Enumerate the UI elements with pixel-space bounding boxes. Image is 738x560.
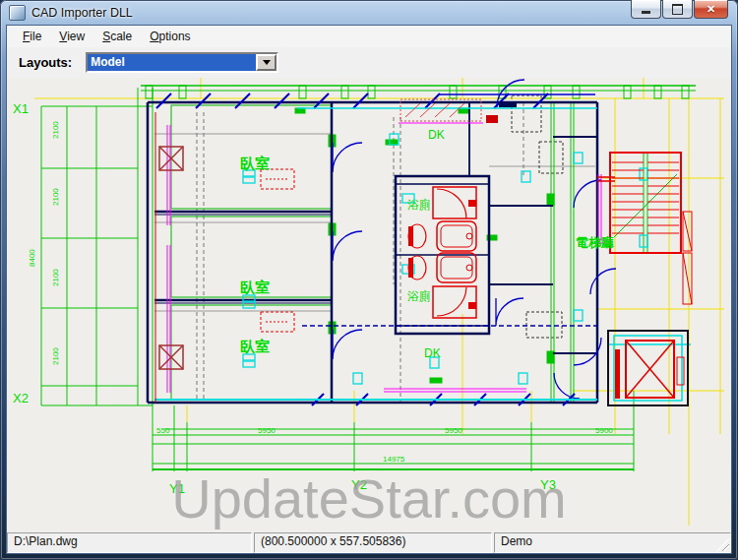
menubar: File View Scale Options <box>7 26 731 47</box>
dim-left-a: 2100 <box>51 121 60 139</box>
status-coordinates: (800.500000 x 557.505836) <box>254 532 492 553</box>
window-title: CAD Importer DLL <box>31 6 133 20</box>
close-button[interactable]: ✕ <box>694 0 728 19</box>
menu-file[interactable]: File <box>14 27 50 46</box>
statusbar: D:\Plan.dwg (800.500000 x 557.505836) De… <box>7 531 731 553</box>
menu-options[interactable]: Options <box>141 27 199 46</box>
maximize-button[interactable] <box>662 0 693 19</box>
room-label-bedroom-3: 臥室 <box>240 338 270 354</box>
drawing-viewport[interactable]: X1 X2 Y1 Y2 Y3 臥室 臥室 臥室 浴廁 浴廁 DK DK 電梯廳 … <box>7 78 731 531</box>
minimize-icon <box>642 11 650 14</box>
resize-grip[interactable] <box>716 538 729 551</box>
dim-left-span: 8400 <box>28 249 36 267</box>
app-window: CAD Importer DLL ✕ File View Scale Optio… <box>0 0 738 560</box>
app-icon[interactable] <box>9 5 26 21</box>
room-label-bath-2: 浴廁 <box>407 289 431 303</box>
dim-left-c: 2100 <box>51 269 60 286</box>
stairs-and-elevator <box>608 153 692 405</box>
menu-view[interactable]: View <box>50 27 93 46</box>
building-walls <box>148 102 597 403</box>
status-mode: Demo <box>494 532 731 553</box>
room-label-bedroom-2: 臥室 <box>240 279 270 295</box>
room-label-elevator-hall: 電梯廳 <box>576 235 614 250</box>
menu-scale[interactable]: Scale <box>93 27 141 46</box>
status-file-path: D:\Plan.dwg <box>7 532 252 553</box>
close-icon: ✕ <box>707 4 715 15</box>
dim-bottom-d: 5900 <box>595 426 613 435</box>
layout-selected-value: Model <box>88 54 256 71</box>
dim-bottom-a: 550 <box>156 426 170 435</box>
window-content: File View Scale Options Layouts: Model <box>7 26 731 553</box>
axis-label-x2: X2 <box>13 391 29 405</box>
axis-label-x1: X1 <box>13 101 29 116</box>
layout-combobox[interactable]: Model <box>86 52 278 73</box>
room-label-dk-1: DK <box>428 128 445 142</box>
cad-drawing: X1 X2 Y1 Y2 Y3 臥室 臥室 臥室 浴廁 浴廁 DK DK 電梯廳 … <box>7 78 731 531</box>
titlebar[interactable]: CAD Importer DLL ✕ <box>0 0 738 26</box>
status-mode-text: Demo <box>501 534 532 548</box>
layouts-toolbar: Layouts: Model <box>7 47 731 78</box>
layouts-label: Layouts: <box>19 55 72 70</box>
room-label-dk-2: DK <box>424 346 441 360</box>
dim-left-b: 2100 <box>51 188 60 206</box>
construction-lines <box>154 95 595 403</box>
dim-left-d: 2100 <box>51 347 60 365</box>
room-label-bedroom-1: 臥室 <box>240 155 270 171</box>
dim-bottom-b: 5950 <box>258 426 276 435</box>
magenta-lines <box>167 123 610 393</box>
minimize-button[interactable] <box>631 0 661 19</box>
dim-bottom-total: 14975 <box>383 455 405 464</box>
watermark-text: UpdateStar.com <box>171 467 567 529</box>
dim-bottom-c: 5950 <box>445 426 462 435</box>
room-label-bath-1: 浴廁 <box>407 198 431 212</box>
combobox-dropdown-button[interactable] <box>256 54 277 71</box>
maximize-icon <box>672 4 683 15</box>
